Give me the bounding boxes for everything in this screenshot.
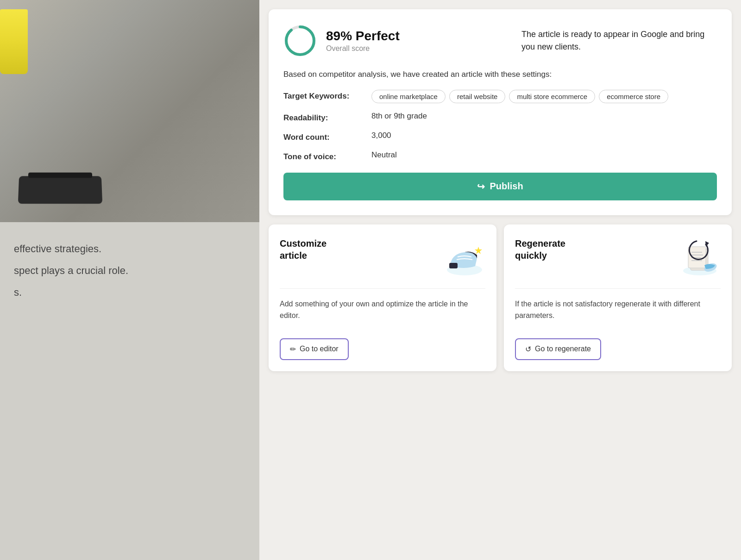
editor-btn-icon: ✏	[290, 345, 296, 354]
keyword-tag: multi store ecommerce	[509, 90, 595, 103]
article-text-preview: effective strategies. spect plays a cruc…	[0, 222, 259, 325]
action-cards: Customize article Add	[269, 224, 732, 371]
score-title: 89% Perfect Overall score	[326, 29, 521, 53]
article-line-3: s.	[14, 284, 245, 300]
word-count-value: 3,000	[371, 131, 717, 140]
regenerate-btn-label: Go to regenerate	[535, 345, 591, 353]
article-line-1: effective strategies.	[14, 241, 245, 257]
editor-btn-label: Go to editor	[300, 345, 339, 353]
cup-shape	[0, 9, 28, 74]
score-card: 89% Perfect Overall score The article is…	[269, 9, 732, 215]
keyword-tags: online marketplace retail website multi …	[371, 90, 717, 103]
article-image	[0, 0, 259, 222]
score-label: Overall score	[326, 44, 521, 53]
regenerate-title: Regenerate quickly	[515, 237, 589, 261]
keyword-tag: ecommerce store	[599, 90, 668, 103]
keyword-tag: retail website	[449, 90, 506, 103]
customize-body: Add something of your own and optimize t…	[269, 289, 496, 331]
score-percent: 89% Perfect	[326, 29, 521, 44]
settings-intro: Based on competitor analysis, we have cr…	[283, 68, 717, 81]
device-shape	[18, 176, 102, 204]
score-description: The article is ready to appear in Google…	[521, 28, 717, 53]
word-count-row: Word count: 3,000	[283, 131, 717, 142]
readability-row: Readability: 8th or 9th grade	[283, 112, 717, 123]
customize-title: Customize article	[280, 237, 354, 261]
keyword-tag: online marketplace	[371, 90, 446, 103]
tone-value: Neutral	[371, 150, 717, 160]
tone-label: Tone of voice:	[283, 150, 371, 162]
word-count-label: Word count:	[283, 131, 371, 142]
readability-label: Readability:	[283, 112, 371, 123]
publish-icon: ↪	[477, 181, 485, 192]
left-panel: effective strategies. spect plays a cruc…	[0, 0, 259, 560]
regenerate-btn-icon: ↺	[525, 345, 531, 354]
go-to-regenerate-button[interactable]: ↺ Go to regenerate	[515, 338, 601, 360]
keywords-row: Target Keywords: online marketplace reta…	[283, 90, 717, 103]
svg-rect-3	[449, 263, 458, 268]
score-header: 89% Perfect Overall score The article is…	[283, 24, 717, 57]
go-to-editor-button[interactable]: ✏ Go to editor	[280, 338, 349, 360]
regenerate-card-top: Regenerate quickly	[504, 224, 732, 288]
customize-card-top: Customize article	[269, 224, 496, 288]
customize-illustration	[444, 237, 485, 279]
regenerate-card: Regenerate quickly	[504, 224, 732, 371]
right-panel: 89% Perfect Overall score The article is…	[259, 0, 741, 560]
svg-point-1	[286, 27, 314, 55]
regenerate-illustration	[679, 237, 721, 279]
customize-card: Customize article Add	[269, 224, 496, 371]
score-circle	[283, 24, 317, 57]
publish-button[interactable]: ↪ Publish	[283, 173, 717, 200]
publish-label: Publish	[490, 181, 523, 192]
keywords-label: Target Keywords:	[283, 90, 371, 101]
tone-row: Tone of voice: Neutral	[283, 150, 717, 162]
article-line-2: spect plays a crucial role.	[14, 262, 245, 279]
regenerate-body: If the article is not satisfactory regen…	[504, 289, 732, 331]
readability-value: 8th or 9th grade	[371, 112, 717, 121]
